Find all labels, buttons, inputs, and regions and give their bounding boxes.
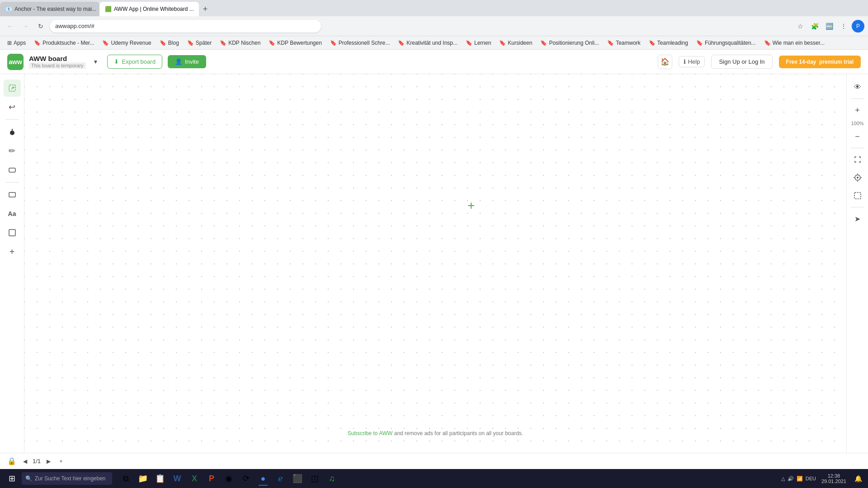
- prev-page-button[interactable]: ◀: [20, 456, 30, 466]
- taskbar-app7[interactable]: ◉: [221, 470, 237, 487]
- taskbar-chrome[interactable]: ●: [255, 470, 271, 487]
- taskbar-excel[interactable]: X: [186, 470, 203, 487]
- undo-button[interactable]: ↩: [4, 99, 21, 116]
- bookmark-icon-7: 🔖: [330, 40, 337, 46]
- address-input[interactable]: [50, 20, 321, 33]
- taskbar-powerpoint[interactable]: P: [203, 470, 220, 487]
- select-all-button[interactable]: [850, 188, 865, 203]
- export-board-button[interactable]: ⬇ Export board: [107, 55, 162, 69]
- bookmark-icon-2: 🔖: [102, 40, 109, 46]
- brush-tool-icon: [8, 127, 17, 136]
- next-page-button[interactable]: ▶: [43, 456, 53, 466]
- star-button[interactable]: ☆: [794, 20, 807, 33]
- select-tool-button[interactable]: [4, 80, 21, 97]
- bookmark-later-label: Später: [196, 40, 212, 46]
- taskbar-edge[interactable]: ℯ: [272, 470, 288, 487]
- locate-button[interactable]: [850, 170, 865, 185]
- prev-page-icon: ◀: [23, 458, 27, 465]
- eye-view-button[interactable]: 👁: [850, 80, 865, 95]
- taskbar-spotify[interactable]: ♫: [324, 470, 340, 487]
- premium-trial-button[interactable]: Free 14-day premium trial: [779, 56, 861, 68]
- systray-sound-icon[interactable]: 🔊: [788, 476, 794, 482]
- sticky-note-tool-button[interactable]: [4, 224, 21, 241]
- taskbar-taskview[interactable]: ⧉: [118, 470, 134, 487]
- pencil-tool-button[interactable]: ✏: [4, 142, 21, 160]
- fit-screen-button[interactable]: [850, 152, 865, 167]
- home-button[interactable]: 🏠: [658, 55, 672, 69]
- bookmark-produktsuche[interactable]: 🔖 Produktsuche - Mer...: [30, 39, 98, 47]
- brush-tool-button[interactable]: [4, 123, 21, 141]
- bookmark-kdp-bewertungen-label: KDP Bewertungen: [277, 40, 322, 46]
- right-separator-3: [851, 207, 864, 207]
- canvas-area[interactable]: + Subscribe to AWW and remove ads for al…: [24, 74, 846, 453]
- taskbar-app12[interactable]: ◫: [307, 470, 323, 487]
- taskbar-clock[interactable]: 12:38 29.01.2021: [820, 473, 848, 484]
- text-tool-icon: Aa: [8, 210, 16, 217]
- taskbar-app8[interactable]: ⟳: [238, 470, 254, 487]
- systray-network-icon[interactable]: 📶: [797, 476, 803, 482]
- zoom-in-button[interactable]: +: [850, 103, 865, 118]
- systray-icon-1[interactable]: △: [781, 476, 785, 482]
- back-button[interactable]: ←: [4, 20, 16, 33]
- translate-button[interactable]: 🔤: [823, 20, 835, 33]
- right-separator-2: [851, 148, 864, 148]
- tab-aww[interactable]: 🟩 AWW App | Online Whiteboard ... ✕: [99, 2, 199, 16]
- bookmark-apps[interactable]: ⊞ Apps: [4, 39, 29, 47]
- settings-button[interactable]: ⋮: [837, 20, 850, 33]
- signup-button[interactable]: Sign Up or Log In: [711, 55, 772, 69]
- start-button[interactable]: ⊞: [4, 470, 20, 487]
- bookmark-kursideen[interactable]: 🔖 Kursideen: [495, 39, 536, 47]
- page-indicator: 1/1: [33, 458, 41, 465]
- bookmark-udemy-label: Udemy Revenue: [111, 40, 151, 46]
- bookmark-later[interactable]: 🔖 Später: [184, 39, 215, 47]
- bookmark-udemy[interactable]: 🔖 Udemy Revenue: [99, 39, 155, 47]
- bookmark-icon-10: 🔖: [499, 40, 506, 46]
- extensions-button[interactable]: 🧩: [808, 20, 821, 33]
- taskbar-date: 29.01.2021: [821, 479, 846, 484]
- send-button[interactable]: ➤: [850, 211, 865, 226]
- taskbar-app11[interactable]: ⬛: [289, 470, 306, 487]
- eraser-tool-button[interactable]: [4, 161, 21, 178]
- zoom-out-button[interactable]: −: [850, 129, 865, 144]
- bookmark-produktsuche-label: Produktsuche - Mer...: [42, 40, 94, 46]
- systray-lang[interactable]: DEU: [806, 476, 816, 481]
- bookmark-teamwork[interactable]: 🔖 Teamwork: [604, 39, 644, 47]
- help-button[interactable]: ℹ Help: [679, 56, 705, 67]
- taskbar-search[interactable]: 🔍 Zur Suche Text hier eingeben: [22, 472, 112, 485]
- bookmark-professionell[interactable]: 🔖 Professionell Schre...: [326, 39, 393, 47]
- taskbar-explorer[interactable]: 📁: [135, 470, 151, 487]
- add-tool-button[interactable]: +: [4, 243, 21, 260]
- reload-button[interactable]: ↻: [34, 20, 47, 33]
- taskbar-word[interactable]: W: [169, 470, 185, 487]
- notification-button[interactable]: 🔔: [852, 472, 864, 485]
- bookmark-positionierung[interactable]: 🔖 Positionierung Onli...: [537, 39, 603, 47]
- subscribe-link[interactable]: Subscribe to AWW: [348, 430, 393, 436]
- shape-tool-button[interactable]: [4, 186, 21, 203]
- new-tab-button[interactable]: +: [199, 3, 212, 15]
- forward-button[interactable]: →: [19, 20, 32, 33]
- help-icon: ℹ: [684, 58, 686, 65]
- bookmark-lernen[interactable]: 🔖 Lernen: [462, 39, 495, 47]
- bookmark-icon-11: 🔖: [540, 40, 547, 46]
- bookmark-fuehrung[interactable]: 🔖 Führungsqualitäten...: [693, 39, 760, 47]
- bookmark-teamleading[interactable]: 🔖 Teamleading: [645, 39, 692, 47]
- tab-anchor-title: Anchor - The easiest way to mai...: [14, 6, 96, 12]
- bookmark-blog[interactable]: 🔖 Blog: [156, 39, 183, 47]
- add-page-icon: +: [60, 458, 63, 465]
- taskbar-app3[interactable]: 📋: [152, 470, 168, 487]
- bookmark-kreativitaet[interactable]: 🔖 Kreativität und Insp...: [394, 39, 461, 47]
- add-page-button[interactable]: +: [56, 456, 66, 466]
- profile-button[interactable]: P: [852, 20, 864, 33]
- text-tool-button[interactable]: Aa: [4, 205, 21, 222]
- tab-anchor[interactable]: 📧 Anchor - The easiest way to mai... ✕: [0, 2, 99, 16]
- bookmark-kdp-nischen[interactable]: 🔖 KDP Nischen: [216, 39, 264, 47]
- invite-button[interactable]: 👤 Invite: [168, 55, 206, 68]
- browser-actions: ☆ 🧩 🔤 ⋮ P: [794, 20, 864, 33]
- tool-separator-2: [5, 182, 19, 183]
- lock-button[interactable]: 🔒: [7, 457, 16, 465]
- bookmark-wie-man[interactable]: 🔖 Wie man ein besser...: [760, 39, 828, 47]
- board-name[interactable]: AWW board: [29, 55, 86, 62]
- board-dropdown-arrow[interactable]: ▼: [93, 59, 99, 65]
- subscribe-suffix: and remove ads for all participants on a…: [392, 430, 523, 436]
- bookmark-kdp-bewertungen[interactable]: 🔖 KDP Bewertungen: [265, 39, 326, 47]
